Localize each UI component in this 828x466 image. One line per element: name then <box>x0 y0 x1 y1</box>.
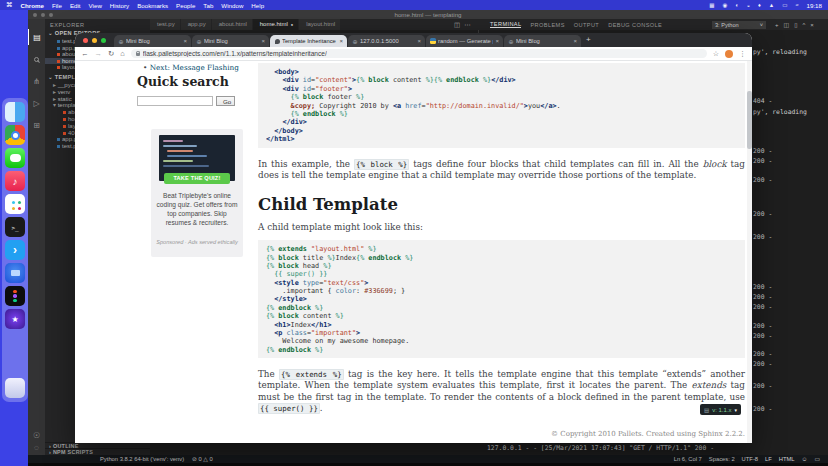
editor-tab-home-html[interactable]: home.html <box>253 19 299 30</box>
menu-history[interactable]: History <box>110 2 129 9</box>
messages-dock-icon[interactable] <box>5 148 25 168</box>
menu-file[interactable]: File <box>52 2 62 9</box>
trash-dock-icon[interactable] <box>5 378 25 398</box>
panel-tab-terminal[interactable]: TERMINAL <box>490 21 521 28</box>
search-go-button[interactable]: Go <box>216 96 235 106</box>
chrome-dock-icon[interactable] <box>5 125 25 145</box>
url-text[interactable]: flask.palletsprojects.com/en/1.1.x/patte… <box>143 50 327 57</box>
menu-chrome[interactable]: Chrome <box>21 2 44 9</box>
editor-tab-test-py[interactable]: test.py <box>150 19 181 30</box>
browser-menu-icon[interactable]: ⋮ <box>739 50 746 58</box>
reload-button[interactable]: ↻ <box>108 49 114 58</box>
problems-status[interactable]: ⊘ 0 △ 0 <box>192 456 213 462</box>
docs-version-badge[interactable]: ▤ v: 1.1.x ▾ <box>700 404 741 415</box>
menubar-status-icon[interactable]: ▲ <box>769 2 774 8</box>
browser-tab[interactable]: Mini Blog× <box>114 35 191 47</box>
editor-tab-layout-html[interactable]: layout.html <box>299 19 341 30</box>
menu-window[interactable]: Window <box>221 2 243 9</box>
bookmark-star-icon[interactable]: ☆ <box>713 50 719 58</box>
vscode-window-title: home.html — templating <box>28 11 828 18</box>
encoding-status[interactable]: UTF-8 <box>742 456 758 462</box>
chrome-toolbar: ← → ↻ ⌂ flask.palletsprojects.com/en/1.1… <box>75 47 752 61</box>
menu-people[interactable]: People <box>176 2 195 9</box>
source-control-icon[interactable]: ⋔ <box>28 73 45 89</box>
menubar-status-icon[interactable]: ≈ <box>795 2 798 8</box>
search-input[interactable] <box>137 96 213 106</box>
ad-quiz-button[interactable]: TAKE THE QUIZ! <box>164 173 230 184</box>
python-favicon <box>430 38 436 44</box>
indentation-status[interactable]: Spaces: 2 <box>709 456 735 462</box>
forward-button[interactable]: → <box>95 49 103 58</box>
menubar-status-icon[interactable]: ♦ <box>758 2 761 8</box>
vscode-dock-icon[interactable]: › <box>5 240 25 260</box>
menu-tab[interactable]: Tab <box>203 2 213 9</box>
imovie-dock-icon[interactable]: ★ <box>5 309 25 329</box>
ad-sponsored-label[interactable]: Sponsored · Ads served ethically <box>151 239 243 245</box>
panel-tab-problems[interactable]: PROBLEMS <box>530 22 564 28</box>
tab-close-icon[interactable]: × <box>261 38 265 44</box>
settings-gear-icon[interactable]: ◌ <box>28 439 45 455</box>
flask-favicon <box>275 39 280 44</box>
tab-close-icon[interactable]: × <box>183 38 187 44</box>
music-dock-icon[interactable]: ♪ <box>5 171 25 191</box>
browser-tab[interactable]: Mini Blog× <box>504 35 581 47</box>
figma-dock-icon[interactable] <box>5 286 25 306</box>
apple-menu-icon[interactable]: ⌘ <box>6 1 13 9</box>
debug-icon[interactable]: ▷ <box>28 95 45 111</box>
child-template-paragraph: A child template might look like this: <box>258 222 745 233</box>
menubar-status-icon[interactable]: ◉ <box>723 2 728 8</box>
menubar-status-icon[interactable]: ◐ <box>735 2 738 8</box>
split-editor-icon[interactable]: ◫ <box>454 21 460 29</box>
language-mode-status[interactable]: HTML <box>779 456 795 462</box>
browser-tab-active[interactable]: Template Inheritance — Flas× <box>270 35 347 47</box>
tab-close-icon[interactable]: × <box>573 38 577 44</box>
explorer-icon[interactable]: ▤ <box>28 29 45 45</box>
python-interpreter-status[interactable]: Python 3.8.2 64-bit ('venv': venv) <box>100 456 184 462</box>
feedback-smiley-icon[interactable]: ☺ <box>802 456 808 462</box>
chrome-window-controls[interactable] <box>83 38 106 43</box>
panel-tab-debug-console[interactable]: DEBUG CONSOLE <box>608 22 662 28</box>
page-scrollbar[interactable] <box>747 61 752 443</box>
menubar-status-icon[interactable]: ◒ <box>747 2 750 8</box>
notifications-icon[interactable]: ▭ <box>815 456 820 462</box>
menu-help[interactable]: Help <box>251 2 264 9</box>
blue-window-app-dock-icon[interactable] <box>5 263 25 283</box>
address-bar[interactable]: flask.palletsprojects.com/en/1.1.x/patte… <box>131 49 707 58</box>
terminal-dock-icon[interactable]: >_ <box>5 217 25 237</box>
tab-close-icon[interactable]: × <box>417 38 421 44</box>
browser-tab[interactable]: random — Generate pseudo-…× <box>426 35 503 47</box>
menu-bookmarks[interactable]: Bookmarks <box>137 2 168 9</box>
menubar-status-icon[interactable]: ▭ <box>782 2 787 8</box>
menu-edit[interactable]: Edit <box>70 2 81 9</box>
menubar-status-icon[interactable]: ▦ <box>709 2 714 8</box>
npm-scripts-section[interactable]: NPM SCRIPTS <box>45 448 150 454</box>
extensions-icon[interactable]: ⊞ <box>28 117 45 133</box>
profile-avatar[interactable] <box>725 50 733 58</box>
desktop: ⌘ Chrome File Edit View History Bookmark… <box>0 0 828 466</box>
child-template-heading: Child Template <box>258 195 745 214</box>
ad-copy: Beat Triplebyte's online coding quiz. Ge… <box>155 191 239 227</box>
next-page-link[interactable]: Next: Message Flashing <box>143 63 239 72</box>
more-actions-icon[interactable]: ⋯ <box>464 21 471 29</box>
panel-tab-output[interactable]: OUTPUT <box>574 22 599 28</box>
slack-dock-icon[interactable] <box>5 194 25 214</box>
eol-status[interactable]: LF <box>765 456 772 462</box>
back-button[interactable]: ← <box>81 49 89 58</box>
vscode-titlebar[interactable]: home.html — templating <box>28 10 828 19</box>
menubar-clock[interactable]: 19:18 <box>807 2 822 9</box>
tab-close-icon[interactable]: × <box>339 38 343 44</box>
globe-favicon <box>118 38 124 44</box>
editor-tab-about-html[interactable]: about.html <box>212 19 253 30</box>
tab-close-icon[interactable]: × <box>495 38 499 44</box>
home-button[interactable]: ⌂ <box>120 49 125 58</box>
browser-tab[interactable]: Mini Blog× <box>192 35 269 47</box>
finder-dock-icon[interactable] <box>5 102 25 122</box>
browser-tab[interactable]: 127.0.0.1:5000× <box>348 35 425 47</box>
terminal-output[interactable]: py', reloading404 -py', reloading200 -20… <box>753 10 828 455</box>
scrollbar-thumb[interactable] <box>747 91 752 149</box>
menu-view[interactable]: View <box>89 2 102 9</box>
search-icon[interactable] <box>28 51 45 67</box>
cursor-position-status[interactable]: Ln 6, Col 7 <box>674 456 702 462</box>
new-tab-button[interactable]: + <box>586 35 591 44</box>
editor-tab-app-py[interactable]: app.py <box>181 19 212 30</box>
